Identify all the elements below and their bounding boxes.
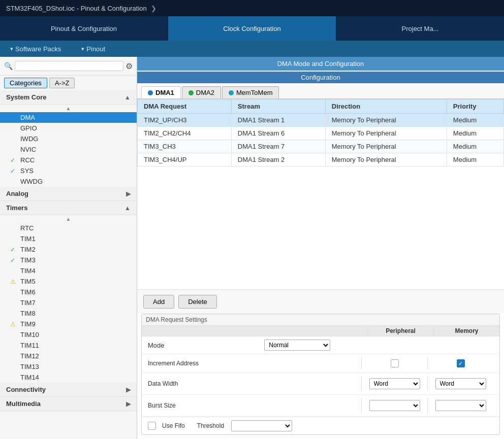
sidebar-item-tim10[interactable]: TIM10: [0, 329, 137, 340]
sidebar-search-row: 🔍 ⚙: [0, 57, 137, 76]
cell-direction: Memory To Peripheral: [325, 153, 447, 166]
cell-request: TIM2_CH2/CH4: [138, 127, 232, 140]
scroll-up-arrow-timers: ▲: [0, 215, 137, 223]
section-system-core-header[interactable]: System Core ▲: [0, 90, 137, 105]
tab-memtomem[interactable]: MemToMem: [222, 86, 279, 98]
dma-tabs: DMA1 DMA2 MemToMem: [137, 83, 504, 99]
tab-dma1[interactable]: DMA1: [141, 86, 181, 98]
tab-clock[interactable]: Clock Configuration: [168, 16, 336, 41]
section-connectivity-header[interactable]: Connectivity ▶: [0, 383, 137, 397]
memory-increment-checkbox[interactable]: [427, 357, 493, 369]
title-bar: STM32F405_DShot.ioc - Pinout & Configura…: [0, 0, 504, 16]
spacer-header: [142, 326, 367, 336]
cell-priority: Medium: [447, 114, 503, 127]
use-fifo-checkbox[interactable]: [148, 422, 156, 430]
sidebar-item-tim2[interactable]: ✓ TIM2: [0, 244, 137, 255]
warning-icon: ⚠: [10, 278, 18, 285]
sidebar-item-tim4[interactable]: TIM4: [0, 265, 137, 276]
chevron-up-icon: ▲: [124, 94, 131, 101]
increment-address-row: Increment Address: [142, 354, 499, 373]
sidebar-item-tim12[interactable]: TIM12: [0, 351, 137, 361]
section-multimedia: Multimedia ▶: [0, 397, 137, 411]
section-timers-header[interactable]: Timers ▲: [0, 201, 137, 215]
table-row[interactable]: TIM3_CH3 DMA1 Stream 7 Memory To Periphe…: [138, 140, 504, 153]
check-icon: ✓: [10, 157, 18, 164]
section-system-core: System Core ▲ ▲ DMA GPIO IWDG NVIC ✓: [0, 90, 137, 187]
tab-project[interactable]: Project Ma...: [336, 16, 504, 41]
search-input[interactable]: [15, 61, 123, 71]
burst-size-label: Burst Size: [148, 402, 361, 409]
col-header-priority: Priority: [447, 99, 503, 114]
table-row[interactable]: TIM3_CH4/UP DMA1 Stream 2 Memory To Peri…: [138, 153, 504, 166]
chevron-right-icon: ▶: [126, 386, 131, 393]
sidebar-item-nvic[interactable]: NVIC: [0, 144, 137, 155]
sub-software-packs[interactable]: ▾ Software Packs: [10, 45, 61, 53]
chevron-right-icon: ▶: [126, 400, 131, 408]
sidebar-item-tim14[interactable]: TIM14: [0, 372, 137, 383]
sidebar-item-iwdg[interactable]: IWDG: [0, 133, 137, 144]
memory-burst-select[interactable]: Single INCR4 INCR8 INCR16: [435, 400, 486, 411]
mode-select[interactable]: Normal Circular: [264, 340, 330, 351]
delete-button[interactable]: Delete: [178, 295, 217, 309]
sidebar-item-sys[interactable]: ✓ SYS: [0, 165, 137, 176]
sub-pinout[interactable]: ▾ Pinout: [81, 45, 105, 53]
peripheral-width-select[interactable]: Byte Half Word Word: [369, 378, 420, 389]
dma2-dot: [188, 90, 194, 95]
cell-stream: DMA1 Stream 2: [231, 153, 325, 166]
sidebar-item-tim8[interactable]: TIM8: [0, 308, 137, 319]
check-icon: ✓: [10, 167, 18, 175]
section-analog-header[interactable]: Analog ▶: [0, 187, 137, 201]
section-multimedia-header[interactable]: Multimedia ▶: [0, 397, 137, 411]
search-icon: 🔍: [4, 62, 13, 70]
col-header-direction: Direction: [325, 99, 447, 114]
dma-table: DMA Request Stream Direction Priority TI…: [137, 99, 504, 166]
top-nav: Pinout & Configuration Clock Configurati…: [0, 16, 504, 41]
tab-az[interactable]: A->Z: [49, 78, 75, 88]
sidebar-item-rtc[interactable]: RTC: [0, 223, 137, 233]
memtomem-dot: [229, 90, 234, 95]
sidebar-item-gpio[interactable]: GPIO: [0, 123, 137, 133]
sub-nav: ▾ Software Packs ▾ Pinout: [0, 41, 504, 57]
peripheral-increment-check[interactable]: [391, 359, 399, 367]
mode-row: Mode Normal Circular: [142, 336, 499, 354]
memory-increment-check[interactable]: [457, 359, 465, 367]
sidebar-item-tim11[interactable]: TIM11: [0, 340, 137, 351]
cell-priority: Medium: [447, 127, 503, 140]
tab-categories[interactable]: Categories: [4, 78, 47, 88]
sidebar-item-tim5[interactable]: ⚠ TIM5: [0, 276, 137, 287]
cell-priority: Medium: [447, 140, 503, 153]
memory-width-select[interactable]: Byte Half Word Word: [435, 378, 486, 389]
sidebar-item-rcc[interactable]: ✓ RCC: [0, 155, 137, 165]
col-header-stream: Stream: [231, 99, 325, 114]
section-analog: Analog ▶: [0, 187, 137, 201]
tab-pinout[interactable]: Pinout & Configuration: [0, 16, 168, 41]
cell-request: TIM3_CH4/UP: [138, 153, 232, 166]
sidebar-item-dma[interactable]: DMA: [0, 112, 137, 123]
sidebar-item-tim7[interactable]: TIM7: [0, 297, 137, 308]
sidebar-item-tim6[interactable]: TIM6: [0, 287, 137, 297]
sidebar-item-tim3[interactable]: ✓ TIM3: [0, 255, 137, 265]
burst-size-row: Burst Size Single INCR4 INCR8 INCR16 Sin…: [142, 395, 499, 417]
sidebar-item-tim9[interactable]: ⚠ TIM9: [0, 319, 137, 329]
check-icon: ✓: [10, 246, 18, 253]
peripheral-burst-select[interactable]: Single INCR4 INCR8 INCR16: [369, 400, 420, 411]
sidebar-item-wwdg[interactable]: WWDG: [0, 176, 137, 187]
warning-icon: ⚠: [10, 321, 18, 328]
tab-dma2[interactable]: DMA2: [182, 86, 221, 98]
cell-stream: DMA1 Stream 6: [231, 127, 325, 140]
peripheral-increment-checkbox[interactable]: [361, 357, 427, 369]
threshold-select[interactable]: 1/4 Full Half Full 3/4 Full Full: [231, 420, 292, 431]
cell-stream: DMA1 Stream 7: [231, 140, 325, 153]
section-connectivity: Connectivity ▶: [0, 383, 137, 397]
data-width-label: Data Width: [148, 380, 361, 387]
add-button[interactable]: Add: [143, 295, 174, 309]
check-icon: ✓: [10, 257, 18, 264]
sidebar-item-tim1[interactable]: TIM1: [0, 233, 137, 244]
table-row[interactable]: TIM2_UP/CH3 DMA1 Stream 1 Memory To Peri…: [138, 114, 504, 127]
gear-icon[interactable]: ⚙: [125, 61, 133, 71]
chevron-down-icon: ▾: [81, 46, 84, 52]
cell-stream: DMA1 Stream 1: [231, 114, 325, 127]
dma1-dot: [148, 90, 153, 95]
sidebar-item-tim13[interactable]: TIM13: [0, 361, 137, 372]
table-row[interactable]: TIM2_CH2/CH4 DMA1 Stream 6 Memory To Per…: [138, 127, 504, 140]
